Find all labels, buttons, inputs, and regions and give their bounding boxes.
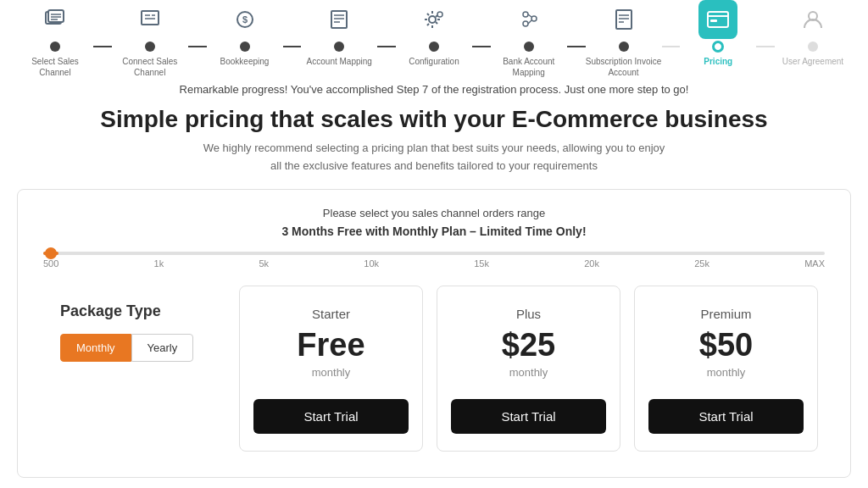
step-label-connect-sales: Connect Sales Channel xyxy=(112,56,188,78)
step-line-3-4 xyxy=(283,46,302,47)
step-connect-sales xyxy=(112,0,188,39)
plan-name-premium: Premium xyxy=(700,307,751,321)
step-icon-connect-sales xyxy=(131,0,170,39)
package-type-label: Package Type xyxy=(60,302,161,320)
orders-range-label: Please select you sales channel orders r… xyxy=(43,207,825,219)
step-user-agreement xyxy=(775,0,851,39)
step-line-8-9 xyxy=(756,46,775,47)
monthly-toggle-button[interactable]: Monthly xyxy=(60,334,131,362)
plan-card-plus: Plus $25 monthly Start Trial xyxy=(437,286,620,452)
svg-rect-26 xyxy=(708,12,728,27)
step-line-5-6 xyxy=(472,46,491,47)
pricing-heading: Simple pricing that scales with your E-C… xyxy=(0,106,868,133)
step-account-mapping xyxy=(301,0,377,39)
progress-connector-row xyxy=(17,41,851,53)
plan-period-plus: monthly xyxy=(509,366,548,379)
start-trial-button-premium[interactable]: Start Trial xyxy=(648,399,804,434)
svg-point-19 xyxy=(531,16,537,21)
step-dot-3 xyxy=(240,42,250,52)
step-label-pricing: Pricing xyxy=(680,56,756,78)
step-icon-account-mapping xyxy=(320,0,359,39)
plan-price-premium: $50 xyxy=(699,328,753,363)
slider-label-5k: 5k xyxy=(259,258,269,269)
pricing-sub: We highly recommend selecting a pricing … xyxy=(0,140,868,175)
step-select-sales xyxy=(17,0,93,39)
slider-track xyxy=(43,252,825,255)
step-label-configuration: Configuration xyxy=(396,56,472,78)
step-icon-pricing xyxy=(698,0,737,39)
step-dot-1 xyxy=(50,42,60,52)
slider-labels: 500 1k 5k 10k 15k 20k 25k MAX xyxy=(43,258,825,269)
step-label-user-agreement: User Agreement xyxy=(775,56,851,78)
step-dot-9 xyxy=(808,42,818,52)
step-label-subscription: Subscription Invoice Account xyxy=(586,56,662,78)
step-line-7-8 xyxy=(662,46,681,47)
svg-rect-22 xyxy=(616,10,632,29)
progress-steps: $ xyxy=(0,0,868,78)
progress-message: Remarkable progress! You've accomplished… xyxy=(0,83,868,96)
plan-period-starter: monthly xyxy=(312,366,351,379)
plan-price-starter: Free xyxy=(297,328,364,363)
step-dot-4 xyxy=(334,42,344,52)
step-labels-row: Select Sales Channel Connect Sales Chann… xyxy=(17,56,851,78)
step-pricing xyxy=(680,0,756,39)
step-label-select-sales: Select Sales Channel xyxy=(17,56,93,78)
orders-slider[interactable]: 500 1k 5k 10k 15k 20k 25k MAX xyxy=(43,252,825,269)
plan-card-premium: Premium $50 monthly Start Trial xyxy=(634,286,818,452)
step-dot-2 xyxy=(145,42,155,52)
svg-rect-1 xyxy=(48,10,64,22)
step-bank-account xyxy=(491,0,567,39)
slider-label-15k: 15k xyxy=(474,258,489,269)
step-line-2-3 xyxy=(188,46,207,47)
step-icon-configuration xyxy=(415,0,453,39)
start-trial-button-starter[interactable]: Start Trial xyxy=(253,399,409,434)
step-line-4-5 xyxy=(377,46,396,47)
pricing-heading-wrapper: Simple pricing that scales with your E-C… xyxy=(0,106,868,133)
svg-point-15 xyxy=(429,16,436,23)
step-dot-6 xyxy=(524,42,534,52)
step-icon-bank-account xyxy=(509,0,548,39)
step-line-6-7 xyxy=(567,46,586,47)
plan-card-starter: Starter Free monthly Start Trial xyxy=(239,286,423,452)
slider-label-25k: 25k xyxy=(694,258,709,269)
plan-name-starter: Starter xyxy=(312,307,350,321)
svg-line-20 xyxy=(528,14,531,17)
svg-point-16 xyxy=(437,12,442,17)
step-label-bank-account: Bank Account Mapping xyxy=(491,56,567,78)
step-icon-select-sales xyxy=(36,0,75,39)
slider-label-max: MAX xyxy=(804,258,825,269)
svg-point-18 xyxy=(523,21,528,26)
step-line-1-2 xyxy=(93,46,112,47)
promo-text: 3 Months Free with Monthly Plan – Limite… xyxy=(43,225,825,238)
step-dot-7 xyxy=(619,42,629,52)
billing-toggle[interactable]: Monthly Yearly xyxy=(60,334,193,362)
slider-label-500: 500 xyxy=(43,258,58,269)
slider-label-10k: 10k xyxy=(364,258,379,269)
pricing-box: Please select you sales channel orders r… xyxy=(17,189,851,479)
step-label-account-mapping: Account Mapping xyxy=(301,56,377,78)
yearly-toggle-button[interactable]: Yearly xyxy=(131,334,194,362)
step-dot-8-active xyxy=(712,41,724,53)
pricing-sub-line1: We highly recommend selecting a pricing … xyxy=(203,141,665,154)
pricing-sub-line2: all the exclusive features and benefits … xyxy=(270,159,598,172)
svg-line-21 xyxy=(528,20,531,24)
plan-price-plus: $25 xyxy=(502,328,555,363)
svg-rect-28 xyxy=(710,19,717,22)
plan-name-plus: Plus xyxy=(516,307,541,321)
slider-label-20k: 20k xyxy=(584,258,599,269)
svg-text:$: $ xyxy=(242,14,247,25)
svg-rect-5 xyxy=(142,11,159,25)
slider-thumb xyxy=(45,247,57,259)
svg-point-17 xyxy=(523,12,528,17)
svg-rect-11 xyxy=(331,11,347,28)
step-icon-user-agreement xyxy=(793,0,832,39)
plans-row: Package Type Monthly Yearly Starter Free… xyxy=(43,286,825,452)
step-bookkeeping: $ xyxy=(207,0,283,39)
step-configuration xyxy=(396,0,472,39)
start-trial-button-plus[interactable]: Start Trial xyxy=(451,399,606,434)
step-icon-subscription xyxy=(604,0,643,39)
step-label-bookkeeping: Bookkeeping xyxy=(207,56,283,78)
slider-label-1k: 1k xyxy=(154,258,164,269)
step-subscription xyxy=(586,0,662,39)
step-icon-bookkeeping: $ xyxy=(225,0,264,39)
